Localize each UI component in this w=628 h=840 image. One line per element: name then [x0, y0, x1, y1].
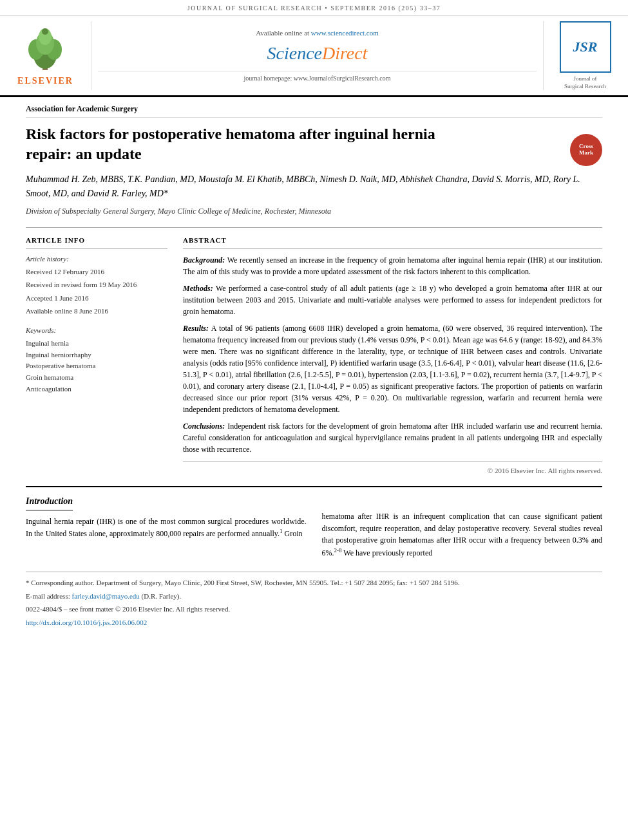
keyword-4: Groin hematoma: [26, 372, 167, 384]
issn-note: 0022-4804/$ – see front matter © 2016 El…: [26, 604, 602, 615]
keywords-label: Keywords:: [26, 326, 167, 335]
abstract-conclusions: Conclusions: Independent risk factors fo…: [183, 420, 602, 455]
intro-left-text: Inguinal hernia repair (IHR) is one of t…: [26, 516, 307, 540]
section-divider: [26, 486, 602, 487]
doi-note[interactable]: http://dx.doi.org/10.1016/j.jss.2016.06.…: [26, 617, 602, 628]
background-text: We recently sensed an increase in the fr…: [183, 256, 602, 276]
revised-date: Received in revised form 19 May 2016: [26, 279, 167, 290]
abstract-background: Background: We recently sensed an increa…: [183, 254, 602, 277]
jsr-subtitle: Journal ofSurgical Research: [564, 75, 606, 90]
sciencedirect-logo: ScienceDirect: [267, 41, 368, 66]
copyright-line: © 2016 Elsevier Inc. All rights reserved…: [183, 462, 602, 476]
title-area: Risk factors for postoperative hematoma …: [26, 124, 602, 164]
affiliation: Division of Subspecialty General Surgery…: [26, 206, 602, 217]
svg-point-6: [42, 28, 48, 35]
keyword-2: Inguinal herniorrhaphy: [26, 350, 167, 361]
introduction-heading: Introduction: [26, 495, 73, 510]
jsr-logo-box: JSR Journal ofSurgical Research: [543, 21, 620, 90]
keyword-3: Postoperative hematoma: [26, 360, 167, 372]
article-history-label: Article history:: [26, 254, 167, 264]
jsr-badge: JSR: [560, 21, 611, 73]
article-divider: [26, 227, 602, 228]
abstract-column: Abstract Background: We recently sensed …: [183, 236, 602, 476]
elsevier-logo: ELSEVIER: [8, 21, 91, 90]
article-info-column: Article Info Article history: Received 1…: [26, 236, 167, 476]
conclusions-heading: Conclusions:: [183, 422, 225, 431]
keyword-1: Inguinal hernia: [26, 338, 167, 350]
email-label: E-mail address:: [26, 592, 71, 600]
footnotes-section: * Corresponding author. Department of Su…: [26, 572, 602, 628]
available-online-date: Available online 8 June 2016: [26, 306, 167, 317]
doi-link[interactable]: http://dx.doi.org/10.1016/j.jss.2016.06.…: [26, 619, 147, 626]
sciencedirect-url[interactable]: www.sciencedirect.com: [311, 29, 379, 37]
background-heading: Background:: [183, 256, 225, 265]
conclusions-text: Independent risk factors for the develop…: [183, 422, 602, 454]
journal-homepage-text: journal homepage: www.JournalofSurgicalR…: [98, 71, 537, 83]
received-date: Received 12 February 2016: [26, 266, 167, 277]
methods-heading: Methods:: [183, 284, 213, 293]
association-label: Association for Academic Surgery: [26, 104, 602, 118]
elsevier-tree-image: [18, 24, 73, 72]
intro-left-col: Introduction Inguinal hernia repair (IHR…: [26, 495, 307, 559]
article-info-title: Article Info: [26, 236, 167, 248]
abstract-methods: Methods: We performed a case-control stu…: [183, 283, 602, 317]
intro-right-text: hematoma after IHR is an infrequent comp…: [322, 510, 603, 559]
intro-superscript-2-8: 2-8: [334, 547, 342, 554]
abstract-title: Abstract: [183, 236, 602, 248]
article-title: Risk factors for postoperative hematoma …: [26, 124, 464, 164]
main-content: Association for Academic Surgery Risk fa…: [0, 97, 628, 643]
available-online-text: Available online at www.sciencedirect.co…: [256, 28, 379, 38]
elsevier-brand-text: ELSEVIER: [17, 75, 73, 88]
methods-text: We performed a case-control study of all…: [183, 284, 602, 316]
abstract-text: Background: We recently sensed an increa…: [183, 254, 602, 455]
email-note: E-mail address: farley.david@mayo.edu (D…: [26, 591, 602, 602]
article-info-abstract-section: Article Info Article history: Received 1…: [26, 236, 602, 476]
keywords-section: Keywords: Inguinal hernia Inguinal herni…: [26, 326, 167, 395]
abstract-results: Results: A total of 96 patients (among 6…: [183, 322, 602, 415]
results-text: A total of 96 patients (among 6608 IHR) …: [183, 324, 602, 414]
introduction-section: Introduction Inguinal hernia repair (IHR…: [26, 495, 602, 559]
banner-center: Available online at www.sciencedirect.co…: [98, 21, 537, 90]
journal-header: Journal of Surgical Research • September…: [0, 0, 628, 16]
corresponding-author-note: * Corresponding author. Department of Su…: [26, 577, 602, 588]
crossmark-badge[interactable]: CrossMark: [570, 134, 602, 166]
top-banner: ELSEVIER Available online at www.science…: [0, 16, 628, 97]
authors: Muhammad H. Zeb, MBBS, T.K. Pandian, MD,…: [26, 173, 602, 201]
accepted-date: Accepted 1 June 2016: [26, 293, 167, 304]
intro-right-col: hematoma after IHR is an infrequent comp…: [322, 495, 603, 559]
results-heading: Results:: [183, 324, 209, 333]
email-link[interactable]: farley.david@mayo.edu: [71, 592, 139, 600]
keyword-5: Anticoagulation: [26, 384, 167, 395]
